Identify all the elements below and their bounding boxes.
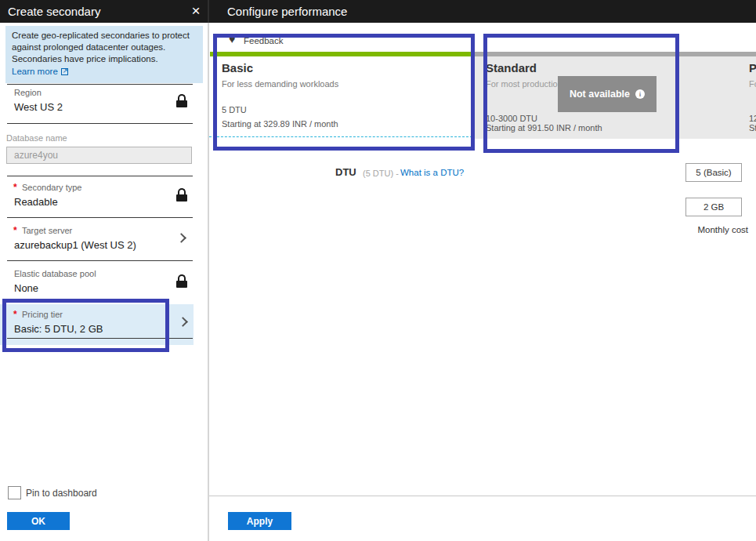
learn-more-label: Learn more [12, 67, 58, 76]
blade-separator-top [208, 0, 209, 23]
lock-icon [176, 188, 187, 202]
close-icon[interactable] [186, 2, 205, 20]
feedback-button[interactable]: Feedback [244, 36, 284, 45]
monthly-cost-label: Monthly cost [674, 225, 748, 234]
required-asterisk [13, 225, 17, 236]
tier-standard-dtu: 10-3000 DTU [486, 114, 537, 123]
left-blade-header: Create secondary [0, 0, 208, 23]
tier-premium-description: For IO-intensive workloads [749, 79, 756, 89]
divider [7, 217, 193, 218]
basic-card-focus-line [209, 136, 472, 137]
tier-card-premium: Premium For IO-intensive workloads 125-4… [736, 56, 756, 139]
secondary-type-value: Readable [14, 196, 58, 208]
info-banner: Create geo-replicated secondaries to pro… [5, 26, 203, 83]
elastic-pool-label: Elastic database pool [14, 269, 96, 278]
target-server-label: Target server [22, 226, 72, 235]
tier-basic-dtu: 5 DTU [222, 105, 247, 114]
pricing-tier-value: Basic: 5 DTU, 2 GB [14, 323, 103, 335]
right-blade-title: Configure performance [227, 5, 347, 18]
pin-to-dashboard-label: Pin to dashboard [26, 488, 97, 499]
database-name-label: Database name [6, 133, 67, 143]
learn-more-link[interactable]: Learn more [12, 66, 68, 78]
divider [7, 123, 193, 124]
what-is-dtu-link[interactable]: What is a DTU? [400, 168, 464, 177]
tier-card-basic[interactable]: Basic For less demanding workloads 5 DTU… [210, 56, 472, 139]
tier-basic-name: Basic [222, 61, 253, 74]
external-link-icon [61, 68, 68, 75]
required-asterisk [13, 309, 17, 320]
apply-button[interactable]: Apply [228, 512, 291, 530]
region-value: West US 2 [14, 101, 63, 113]
azure-portal: Create secondary Configure performance C… [0, 0, 756, 541]
tier-standard-price: Starting at 991.50 INR / month [486, 123, 602, 133]
region-label: Region [14, 88, 42, 97]
right-blade-header: Configure performance [209, 0, 756, 23]
database-name-input [6, 147, 192, 164]
lock-icon [176, 274, 187, 288]
required-asterisk [13, 182, 17, 193]
dtu-value-box[interactable]: 5 (Basic) [685, 163, 742, 182]
elastic-pool-value: None [14, 282, 38, 294]
pin-to-dashboard-checkbox[interactable] [8, 486, 21, 499]
feedback-heart-icon [229, 33, 235, 45]
storage-value-box[interactable]: 2 GB [685, 198, 742, 216]
pricing-tier-label: Pricing tier [22, 310, 63, 319]
tier-basic-description: For less demanding workloads [222, 79, 338, 89]
dtu-section-label: DTU [335, 166, 356, 178]
dtu-current-value: (5 DTU) - [363, 169, 399, 178]
ok-button[interactable]: OK [7, 512, 70, 530]
tier-premium-name: Premium [749, 61, 756, 74]
divider [7, 176, 193, 176]
tier-premium-dtu: 125-4000 DTU [749, 114, 756, 123]
info-banner-text: Create geo-replicated secondaries to pro… [12, 31, 190, 64]
info-icon [635, 89, 645, 99]
target-server-value: azurebackup1 (West US 2) [14, 239, 136, 251]
left-blade-title: Create secondary [8, 5, 100, 18]
tier-premium-price: Starting at [749, 123, 756, 133]
not-available-tooltip: Not available [558, 76, 657, 112]
divider [7, 260, 193, 261]
divider [7, 338, 193, 339]
blade-separator [208, 23, 209, 541]
divider [209, 496, 756, 496]
chevron-right-icon[interactable] [176, 233, 186, 243]
secondary-type-label: Secondary type [22, 183, 81, 192]
lock-icon [176, 94, 187, 107]
tier-basic-price: Starting at 329.89 INR / month [222, 119, 338, 129]
tier-standard-name: Standard [486, 61, 537, 74]
not-available-label: Not available [570, 89, 630, 100]
divider [7, 84, 193, 85]
